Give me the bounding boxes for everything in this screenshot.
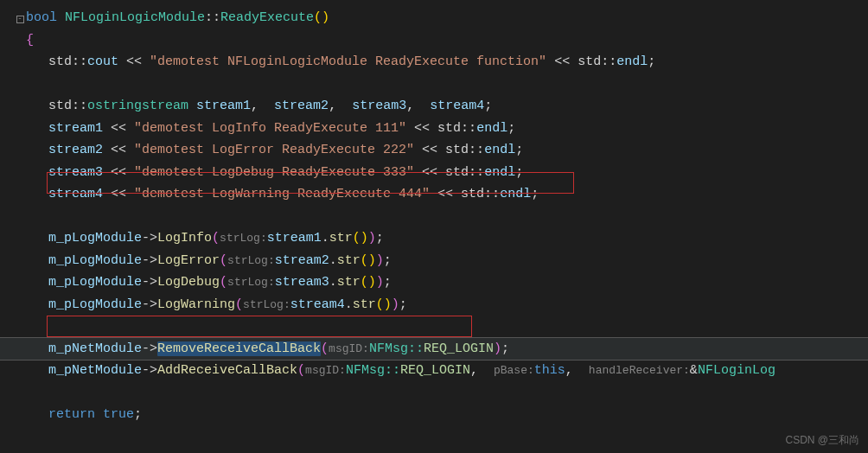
watermark: CSDN @三和尚 [785, 433, 859, 448]
code-line[interactable]: stream1 << "demotest LogInfo ReadyExecut… [0, 118, 868, 140]
var: stream1 [48, 121, 103, 136]
code-line[interactable]: std::cout << "demotest NFLoginLogicModul… [0, 51, 868, 73]
string-literal: "demotest LogInfo ReadyExecute 111" [134, 121, 406, 136]
enum: REQ_LOGIN [400, 363, 470, 378]
var: stream2 [48, 143, 103, 157]
ns: std:: [48, 99, 87, 113]
ident: cout [87, 54, 118, 69]
code-line[interactable]: return true; [0, 404, 868, 426]
var: stream4 [430, 99, 484, 113]
code-line-current[interactable]: m_pNetModule->RemoveReceiveCallBack(msgI… [0, 338, 868, 360]
code-line-highlighted[interactable]: m_pLogModule->LogDebug(strLog:stream3.st… [0, 271, 868, 294]
code-line[interactable]: -bool NFLoginLogicModule::ReadyExecute() [0, 7, 868, 29]
method: LogDebug [157, 275, 220, 290]
method-selected: RemoveReceiveCallBack [157, 341, 321, 356]
class-name: NFLoginLogicModule [65, 10, 205, 25]
var: stream3 [352, 99, 406, 113]
param-hint: msgID: [329, 342, 369, 355]
type: ostringstream [87, 99, 188, 113]
code-line[interactable]: m_pLogModule->LogInfo(strLog:stream1.str… [0, 227, 868, 250]
string-literal: "demotest LogError ReadyExecute 222" [134, 143, 414, 157]
keyword: this [534, 363, 565, 378]
code-line[interactable]: m_pLogModule->LogError(strLog:stream2.st… [0, 250, 868, 272]
param-hint: strLog: [243, 298, 290, 311]
enum: REQ_LOGIN [424, 341, 494, 356]
code-line[interactable]: stream2 << "demotest LogError ReadyExecu… [0, 139, 868, 162]
blank-line[interactable] [0, 382, 868, 405]
op: << [118, 54, 150, 69]
member: m_pLogModule [48, 297, 142, 312]
code-line[interactable]: { [0, 29, 868, 52]
ident: endl [616, 54, 648, 69]
method: LogWarning [157, 297, 235, 312]
keyword: bool [26, 10, 57, 25]
member: m_pNetModule [48, 341, 142, 356]
ns: std:: [578, 54, 616, 69]
param-hint: handleReceiver: [589, 364, 690, 377]
ns: std:: [48, 54, 87, 69]
var: stream2 [274, 99, 329, 113]
brace-open: { [26, 33, 34, 48]
var: stream4 [48, 187, 103, 201]
blank-line[interactable] [0, 73, 868, 96]
string-literal: "demotest LogWarning ReadyExecute 444" [134, 187, 430, 201]
code-line[interactable]: m_pNetModule->AddReceiveCallBack(msgID:N… [0, 360, 868, 382]
method: LogError [157, 253, 220, 268]
function-name: ReadyExecute [220, 10, 314, 25]
code-line[interactable]: stream4 << "demotest LogWarning ReadyExe… [0, 183, 868, 206]
scope-op: :: [205, 10, 220, 25]
string-literal: "demotest LogDebug ReadyExecute 333" [134, 165, 414, 180]
param-hint: strLog: [227, 254, 275, 267]
blank-line[interactable] [0, 206, 868, 228]
member: m_pLogModule [48, 231, 142, 246]
code-line[interactable]: std::ostringstream stream1, stream2, str… [0, 95, 868, 118]
param-hint: pBase: [494, 364, 534, 377]
param-hint: strLog: [220, 232, 267, 245]
blank-line[interactable] [0, 316, 868, 338]
string-literal: "demotest NFLoginLogicModule ReadyExecut… [150, 54, 546, 69]
var: stream3 [48, 165, 103, 180]
method: LogInfo [157, 231, 212, 246]
fold-minus-icon[interactable]: - [16, 16, 24, 23]
member: m_pLogModule [48, 275, 142, 290]
parens: () [314, 10, 329, 25]
member: m_pNetModule [48, 363, 142, 378]
class-ref: NFLoginLog [698, 363, 775, 378]
method: AddReceiveCallBack [157, 363, 297, 378]
var: stream1 [196, 99, 251, 113]
keyword: return [48, 407, 95, 422]
member: m_pLogModule [48, 253, 142, 268]
param-hint: msgID: [305, 364, 346, 377]
fold-gutter[interactable]: - [14, 7, 26, 29]
code-line-highlighted[interactable]: stream3 << "demotest LogDebug ReadyExecu… [0, 162, 868, 184]
param-hint: strLog: [227, 276, 275, 289]
code-editor[interactable]: -bool NFLoginLogicModule::ReadyExecute()… [0, 0, 868, 426]
semicolon: ; [648, 54, 655, 69]
code-line[interactable]: m_pLogModule->LogWarning(strLog:stream4.… [0, 294, 868, 316]
keyword: true [103, 407, 134, 422]
op: << [546, 54, 578, 69]
